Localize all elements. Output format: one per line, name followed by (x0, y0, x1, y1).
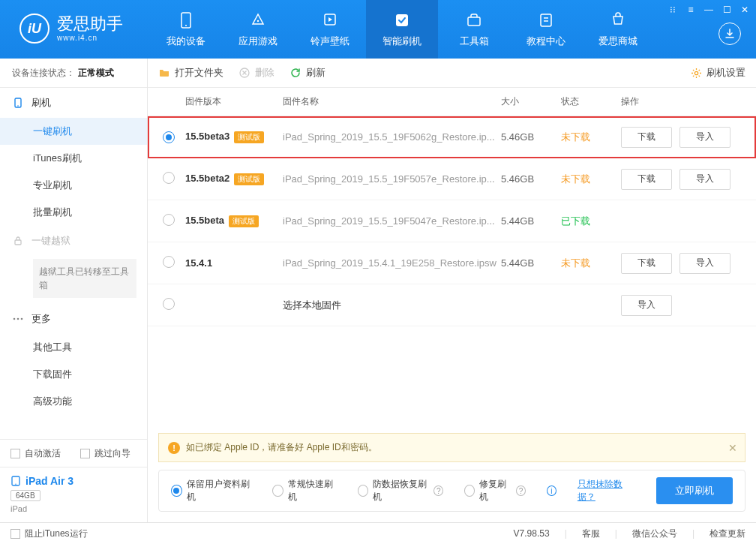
flash-option-0[interactable]: 保留用户资料刷机 (171, 478, 251, 503)
brand-title: 爱思助手 (57, 16, 123, 32)
open-folder-button[interactable]: 打开文件夹 (158, 66, 224, 80)
topnav-item-1[interactable]: 应用游戏 (222, 0, 294, 59)
window-controls: ⁝⁝ ≡ — ☐ ✕ (668, 5, 750, 15)
toolbar: 打开文件夹 删除 刷新 刷机设置 (148, 59, 756, 88)
topnav-item-2[interactable]: 铃声壁纸 (294, 0, 366, 59)
notice-close-button[interactable]: ✕ (728, 442, 737, 454)
row-radio[interactable] (163, 298, 175, 310)
sidebar-item-flash-0[interactable]: 一键刷机 (0, 118, 147, 145)
skip-guide-checkbox[interactable] (80, 449, 90, 458)
svg-point-14 (15, 484, 16, 485)
sidebar-item-more-1[interactable]: 下载固件 (0, 361, 147, 388)
download-button[interactable]: 下载 (621, 253, 672, 274)
topnav-icon (392, 11, 412, 30)
beta-badge: 测试版 (234, 131, 264, 143)
topnav-item-5[interactable]: 教程中心 (510, 0, 582, 59)
customer-service-link[interactable]: 客服 (582, 527, 600, 540)
flash-mode-options: 保留用户资料刷机常规快速刷机防数据恢复刷机?修复刷机? i 只想抹除数据？ 立即… (158, 470, 746, 512)
firmware-name: 选择本地固件 (283, 299, 501, 312)
svg-point-1 (185, 25, 187, 26)
wechat-link[interactable]: 微信公众号 (632, 527, 677, 540)
sidebar-item-flash-2[interactable]: 专业刷机 (0, 172, 147, 199)
header-status: 状态 (561, 95, 621, 108)
flash-option-3[interactable]: 修复刷机? (464, 478, 526, 503)
skip-guide-label: 跳过向导 (94, 447, 130, 460)
firmware-name: iPad_Spring_2019_15.4.1_19E258_Restore.i… (283, 257, 501, 269)
topnav-item-6[interactable]: 爱思商城 (582, 0, 654, 59)
table-row[interactable]: 15.4.1 iPad_Spring_2019_15.4.1_19E258_Re… (148, 242, 756, 284)
header-size: 大小 (501, 95, 561, 108)
sidebar-item-flash-3[interactable]: 批量刷机 (0, 199, 147, 226)
firmware-version: 15.5beta2 (185, 173, 230, 184)
menu-button[interactable]: ⁝⁝ (668, 5, 678, 15)
brand: iU 爱思助手 www.i4.cn (0, 0, 142, 44)
sidebar-section-jailbreak[interactable]: 一键越狱 (0, 226, 147, 256)
download-button[interactable]: 下载 (621, 127, 672, 148)
svg-point-8 (17, 105, 19, 107)
flash-settings-button[interactable]: 刷机设置 (690, 66, 746, 80)
titlebar: iU 爱思助手 www.i4.cn 我的设备应用游戏铃声壁纸智能刷机工具箱教程中… (0, 0, 756, 59)
import-button[interactable]: 导入 (680, 253, 730, 274)
option-radio[interactable] (464, 485, 475, 497)
topnav-icon (464, 11, 484, 30)
connected-device[interactable]: iPad Air 3 64GB iPad (0, 467, 147, 522)
info-icon[interactable]: i (547, 485, 556, 496)
topnav-item-4[interactable]: 工具箱 (438, 0, 510, 59)
svg-rect-5 (468, 17, 480, 26)
sidebar-item-more-0[interactable]: 其他工具 (0, 334, 147, 361)
svg-point-2 (257, 20, 259, 22)
import-button[interactable]: 导入 (680, 169, 730, 190)
check-update-link[interactable]: 检查更新 (710, 527, 746, 540)
firmware-version: 15.5beta (185, 215, 224, 226)
table-row[interactable]: 15.5beta3测试版 iPad_Spring_2019_15.5_19F50… (148, 116, 756, 158)
table-row[interactable]: 15.5beta测试版 iPad_Spring_2019_15.5_19F504… (148, 200, 756, 242)
row-radio[interactable] (163, 214, 175, 226)
warning-icon: ! (168, 442, 180, 454)
auto-activate-checkbox[interactable] (10, 449, 20, 458)
row-radio[interactable] (163, 172, 175, 184)
help-icon[interactable]: ? (434, 485, 443, 496)
topnav-item-3[interactable]: 智能刷机 (366, 0, 438, 59)
download-button[interactable]: 下载 (621, 169, 672, 190)
topnav-item-0[interactable]: 我的设备 (150, 0, 222, 59)
tablet-icon (10, 476, 21, 486)
flash-option-1[interactable]: 常规快速刷机 (272, 478, 336, 503)
sidebar-section-flash[interactable]: 刷机 (0, 88, 147, 118)
table-row[interactable]: 选择本地固件 导入 (148, 284, 756, 326)
minimize-button[interactable]: — (704, 5, 714, 15)
help-icon[interactable]: ? (516, 485, 526, 496)
delete-button: 删除 (238, 66, 274, 80)
firmware-status: 未下载 (561, 257, 621, 270)
block-itunes-checkbox[interactable] (10, 529, 20, 539)
jailbreak-moved-note: 越狱工具已转移至工具箱 (33, 259, 136, 298)
sidebar-item-flash-1[interactable]: iTunes刷机 (0, 145, 147, 172)
import-button[interactable]: 导入 (680, 127, 730, 148)
flash-option-2[interactable]: 防数据恢复刷机? (358, 478, 443, 503)
sidebar-section-more[interactable]: 更多 (0, 304, 147, 334)
option-radio[interactable] (171, 485, 182, 497)
start-flash-button[interactable]: 立即刷机 (656, 477, 733, 504)
table-row[interactable]: 15.5beta2测试版 iPad_Spring_2019_15.5_19F50… (148, 158, 756, 200)
close-button[interactable]: ✕ (740, 5, 750, 15)
row-radio[interactable] (163, 131, 175, 143)
row-radio[interactable] (163, 256, 175, 268)
firmware-version: 15.5beta3 (185, 131, 230, 142)
download-manager-button[interactable] (718, 23, 741, 45)
option-radio[interactable] (358, 485, 369, 497)
firmware-version: 15.4.1 (185, 257, 212, 269)
header-ops: 操作 (621, 95, 741, 108)
refresh-button[interactable]: 刷新 (290, 66, 326, 80)
list-button[interactable]: ≡ (686, 5, 696, 15)
beta-badge: 测试版 (229, 215, 259, 227)
import-button[interactable]: 导入 (621, 295, 672, 316)
status-bar: 阻止iTunes运行 V7.98.53 | 客服 | 微信公众号 | 检查更新 (0, 522, 756, 544)
brand-subtitle: www.i4.cn (57, 34, 123, 42)
option-radio[interactable] (272, 485, 284, 497)
status-value: 正常模式 (78, 67, 114, 80)
header-version: 固件版本 (185, 95, 283, 108)
erase-data-link[interactable]: 只想抹除数据？ (578, 478, 636, 503)
maximize-button[interactable]: ☐ (722, 5, 732, 15)
sidebar-item-more-2[interactable]: 高级功能 (0, 388, 147, 415)
svg-point-10 (14, 318, 16, 320)
download-arrow-icon (724, 28, 736, 40)
